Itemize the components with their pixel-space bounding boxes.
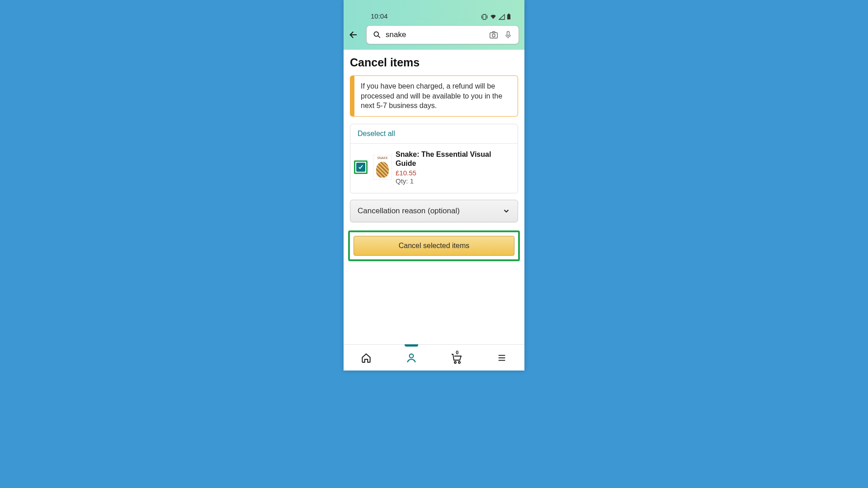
svg-rect-3 <box>507 14 510 19</box>
nav-cart[interactable]: 0 <box>448 349 466 367</box>
deselect-all-link[interactable]: Deselect all <box>350 124 518 144</box>
bottom-nav: 0 <box>344 344 524 371</box>
camera-icon[interactable] <box>488 29 500 41</box>
refund-notice: If you have been charged, a refund will … <box>350 75 518 117</box>
svg-point-5 <box>374 32 378 36</box>
chevron-down-icon <box>502 207 510 215</box>
page-title: Cancel items <box>350 56 518 69</box>
item-thumbnail[interactable] <box>373 155 392 180</box>
dropdown-label: Cancellation reason (optional) <box>358 206 460 216</box>
search-input[interactable] <box>386 30 488 39</box>
item-qty: Qty: 1 <box>396 177 512 185</box>
cancellation-reason-dropdown[interactable]: Cancellation reason (optional) <box>350 200 518 222</box>
item-title[interactable]: Snake: The Essential Visual Guide <box>396 150 512 168</box>
item-checkbox[interactable] <box>356 163 365 172</box>
cancel-button-highlight: Cancel selected items <box>348 230 520 261</box>
status-time: 10:04 <box>371 12 388 20</box>
mic-icon[interactable] <box>502 29 514 41</box>
vibrate-icon <box>481 14 488 20</box>
phone-frame: 10:04 <box>344 0 524 371</box>
nav-home[interactable] <box>357 349 375 367</box>
search-box[interactable] <box>366 25 519 44</box>
cart-count: 0 <box>456 350 458 355</box>
svg-point-11 <box>454 361 456 363</box>
signal-icon <box>499 14 505 20</box>
item-price: £10.55 <box>396 169 512 177</box>
svg-point-8 <box>492 34 495 37</box>
checkbox-highlight <box>354 160 368 174</box>
svg-rect-7 <box>490 33 498 38</box>
svg-point-12 <box>458 361 460 363</box>
search-icon <box>371 29 383 41</box>
svg-line-6 <box>378 36 380 38</box>
wifi-icon <box>490 14 497 20</box>
status-icons <box>481 14 511 20</box>
search-row <box>344 23 524 50</box>
svg-rect-9 <box>507 32 509 36</box>
nav-menu[interactable] <box>493 349 511 367</box>
svg-rect-0 <box>483 14 486 19</box>
svg-rect-4 <box>508 14 509 14</box>
nav-account[interactable] <box>402 349 420 367</box>
cancel-selected-button[interactable]: Cancel selected items <box>354 236 514 256</box>
content: Cancel items If you have been charged, a… <box>344 50 524 344</box>
back-button[interactable] <box>348 29 362 40</box>
battery-icon <box>507 14 511 20</box>
status-bar: 10:04 <box>344 0 524 23</box>
item-info: Snake: The Essential Visual Guide £10.55… <box>396 150 512 185</box>
item-row: Snake: The Essential Visual Guide £10.55… <box>350 144 518 193</box>
svg-point-10 <box>410 354 414 358</box>
items-card: Deselect all Snake: The Essential Visual… <box>350 124 518 193</box>
